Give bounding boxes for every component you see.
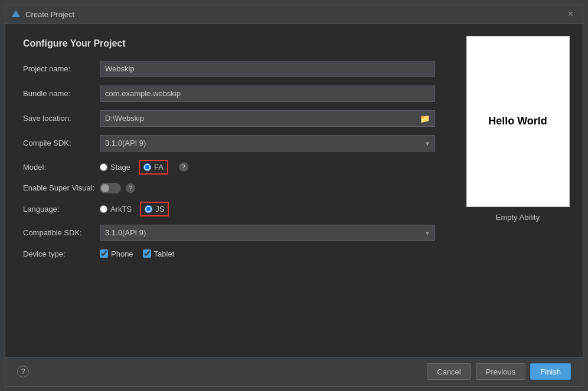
language-row: Language: ArkTS JS xyxy=(23,202,435,216)
device-phone-option[interactable]: Phone xyxy=(100,249,133,258)
compatible-sdk-row: Compatible SDK: 3.1.0(API 9) 3.0.0(API 8… xyxy=(23,225,435,241)
language-arkts-option[interactable]: ArkTS xyxy=(100,205,132,213)
language-js-radio[interactable] xyxy=(145,205,152,213)
save-location-row: Save location: 📁 xyxy=(23,110,435,127)
save-location-field: 📁 xyxy=(100,110,435,127)
preview-card: Hello World xyxy=(466,36,570,207)
compile-sdk-label: Compile SDK: xyxy=(23,139,100,147)
dialog-body: Configure Your Project Project name: Bun… xyxy=(5,24,583,357)
model-fa-label: FA xyxy=(154,163,164,172)
create-project-dialog: Create Project × Configure Your Project … xyxy=(5,5,583,387)
app-icon xyxy=(11,9,21,19)
footer-help-icon[interactable]: ? xyxy=(17,366,29,377)
close-button[interactable]: × xyxy=(564,8,577,21)
language-radio-group: ArkTS JS xyxy=(100,202,169,216)
super-visual-toggle[interactable] xyxy=(100,183,121,193)
language-arkts-radio[interactable] xyxy=(100,205,107,213)
model-radio-group: Stage FA ? xyxy=(100,160,188,175)
device-tablet-option[interactable]: Tablet xyxy=(143,249,175,258)
title-bar: Create Project × xyxy=(5,5,583,24)
compile-sdk-row: Compile SDK: 3.1.0(API 9) 3.0.0(API 8) ▼ xyxy=(23,135,435,152)
template-label: Empty Ability xyxy=(496,213,540,222)
right-panel: Hello World Empty Ability xyxy=(453,24,583,357)
bundle-name-label: Bundle name: xyxy=(23,89,100,98)
model-fa-radio[interactable] xyxy=(143,163,151,171)
footer-buttons: Cancel Previous Finish xyxy=(427,363,571,380)
model-stage-option[interactable]: Stage xyxy=(100,163,130,172)
dialog-title: Create Project xyxy=(25,10,564,19)
model-help-icon[interactable]: ? xyxy=(179,162,188,172)
model-stage-label: Stage xyxy=(110,163,130,172)
device-phone-checkbox[interactable] xyxy=(100,249,108,258)
device-tablet-checkbox[interactable] xyxy=(143,249,151,258)
device-phone-label: Phone xyxy=(111,249,133,258)
dialog-footer: ? Cancel Previous Finish xyxy=(5,357,583,386)
model-label: Model: xyxy=(23,163,100,172)
previous-button[interactable]: Previous xyxy=(476,363,526,380)
project-name-row: Project name: xyxy=(23,61,435,77)
hello-world-text: Hello World xyxy=(488,115,547,127)
section-title: Configure Your Project xyxy=(23,38,435,49)
bundle-name-row: Bundle name: xyxy=(23,86,435,102)
super-visual-help-icon[interactable]: ? xyxy=(126,183,135,193)
device-tablet-label: Tablet xyxy=(154,249,175,258)
device-type-label: Device type: xyxy=(23,249,100,258)
svg-marker-0 xyxy=(12,10,20,17)
language-js-option-highlighted[interactable]: JS xyxy=(140,202,169,216)
compile-sdk-select[interactable]: 3.1.0(API 9) 3.0.0(API 8) xyxy=(100,135,435,152)
super-visual-label: Enable Super Visual: xyxy=(23,183,100,192)
compile-sdk-wrapper: 3.1.0(API 9) 3.0.0(API 8) ▼ xyxy=(100,135,435,152)
device-type-options: Phone Tablet xyxy=(100,249,174,258)
project-name-label: Project name: xyxy=(23,64,100,73)
left-panel: Configure Your Project Project name: Bun… xyxy=(5,24,453,357)
language-arkts-label: ArkTS xyxy=(110,205,132,213)
super-visual-row: Enable Super Visual: ? xyxy=(23,183,435,193)
device-type-row: Device type: Phone Tablet xyxy=(23,249,435,258)
save-location-label: Save location: xyxy=(23,114,100,123)
save-location-input[interactable] xyxy=(105,114,420,123)
bundle-name-input[interactable] xyxy=(100,86,435,102)
compatible-sdk-label: Compatible SDK: xyxy=(23,228,100,237)
model-stage-radio[interactable] xyxy=(100,163,107,171)
project-name-input[interactable] xyxy=(100,61,435,77)
language-label: Language: xyxy=(23,205,100,213)
model-fa-option-highlighted[interactable]: FA xyxy=(139,160,168,175)
folder-icon[interactable]: 📁 xyxy=(420,114,430,123)
cancel-button[interactable]: Cancel xyxy=(427,363,471,380)
language-js-label: JS xyxy=(155,205,164,213)
toggle-slider xyxy=(100,183,121,193)
footer-help: ? xyxy=(17,366,427,377)
finish-button[interactable]: Finish xyxy=(530,363,571,380)
compatible-sdk-select[interactable]: 3.1.0(API 9) 3.0.0(API 8) xyxy=(100,225,435,241)
compatible-sdk-wrapper: 3.1.0(API 9) 3.0.0(API 8) ▼ xyxy=(100,225,435,241)
model-row: Model: Stage FA ? xyxy=(23,160,435,175)
